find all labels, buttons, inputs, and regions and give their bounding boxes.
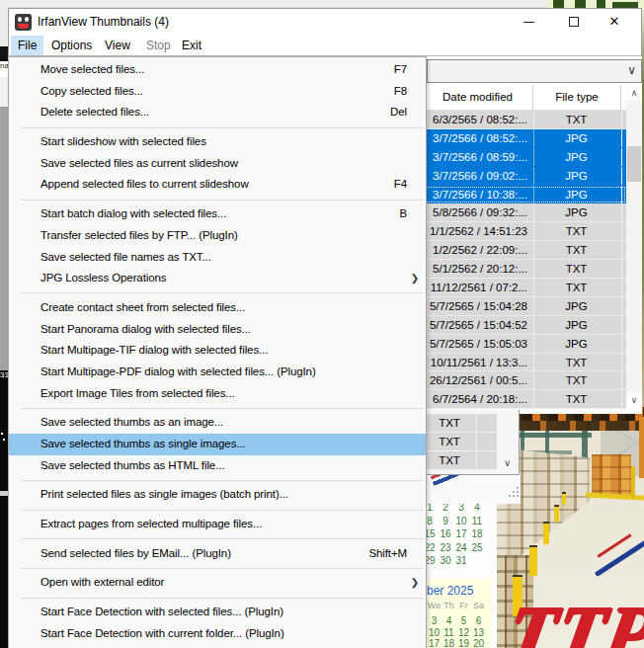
menu-item[interactable]: Open with external editor❯ <box>9 572 426 594</box>
file-row[interactable]: 26/12/2561 / 00:5...TXT <box>423 371 626 390</box>
file-row[interactable]: 5/7/2565 / 15:05:03JPG <box>423 335 626 354</box>
file-row[interactable]: 6/3/2565 / 08:52:...TXT <box>423 111 626 129</box>
menubar-item-exit[interactable]: Exit <box>175 36 208 55</box>
menu-item[interactable]: Save selected file names as TXT... <box>9 247 426 269</box>
menu-item[interactable]: JPG Lossless Operations❯ <box>9 268 426 289</box>
background-left-sliver: na 31 <box>0 0 8 648</box>
calendar-week-row: 891011 <box>422 516 491 526</box>
menu-item[interactable]: Create contact sheet from selected files… <box>9 297 426 319</box>
column-header-date-modified[interactable]: Date modified <box>423 85 533 110</box>
menubar-item-view[interactable]: View <box>98 36 137 55</box>
minimize-button[interactable] <box>510 9 549 36</box>
menu-item[interactable]: Append selected files to current slidesh… <box>9 174 426 196</box>
file-row[interactable]: 5/1/2562 / 20:12:...TXT <box>423 260 626 279</box>
sub-file-row[interactable]: TXT <box>423 451 497 470</box>
menubar-item-stop[interactable]: Stop <box>139 36 178 55</box>
file-rows: 6/3/2565 / 08:52:...TXT3/7/2566 / 08:52:… <box>423 111 626 409</box>
vertical-scrollbar[interactable]: ∧ ∨ <box>626 85 642 409</box>
menu-item[interactable]: Send selected files by EMail... (PlugIn)… <box>9 543 426 565</box>
menu-item[interactable]: Save selected files as current slideshow <box>9 153 426 175</box>
photo-guard-post <box>529 545 537 576</box>
folder-combobox[interactable]: ∨ <box>427 59 642 83</box>
menu-item[interactable]: Delete selected files...Del <box>9 102 426 123</box>
calendar-week-row: 22232425 <box>422 542 491 553</box>
menu-item[interactable]: Start Panorama dialog with selected file… <box>9 319 426 341</box>
bg-text-fragment: 31 <box>0 370 8 648</box>
window-title: IrfanView Thumbnails (4) <box>38 15 169 29</box>
bg-text-fragment: na <box>0 61 8 77</box>
calendar-lower: ber 2025 WeThFrSa 34561011121317181920 <box>427 579 491 648</box>
submenu-arrow-icon: ❯ <box>411 268 419 289</box>
scroll-down-icon[interactable]: ∨ <box>504 457 511 468</box>
menu-item[interactable]: Start Face Detection with selected files… <box>9 602 426 623</box>
menu-separator <box>21 568 424 569</box>
title-bar[interactable]: IrfanView Thumbnails (4) ✕ <box>8 8 642 36</box>
close-button[interactable]: ✕ <box>595 9 634 36</box>
photo-yellow-guard-line <box>586 492 644 500</box>
column-header-file-type[interactable]: File type <box>533 85 621 110</box>
file-row[interactable]: 10/11/2561 / 13:3...TXT <box>423 354 626 372</box>
menu-item[interactable]: Print selected files as single images (b… <box>9 484 426 506</box>
photo-logo-text: TTP <box>501 589 644 648</box>
calendar-upper-grid: 12348910111516171822232425293031 <box>427 500 491 579</box>
calendar-week-row: 15161718 <box>422 528 491 539</box>
menu-separator <box>21 292 424 293</box>
bg-fragment <box>0 0 8 46</box>
menu-item[interactable]: Start Face Detection with current folder… <box>9 623 426 645</box>
calendar-week-row: 293031 <box>422 555 491 566</box>
file-row[interactable]: 3/7/2566 / 09:02:...JPG <box>423 167 626 186</box>
maximize-button[interactable] <box>555 9 595 36</box>
menu-separator <box>21 127 424 128</box>
file-row[interactable]: 3/7/2566 / 08:52:...JPG <box>423 129 626 148</box>
file-row[interactable]: 1/2/2562 / 22:09:...TXT <box>423 241 626 260</box>
sub-file-row[interactable]: TXT <box>423 433 497 451</box>
background-top-strip <box>8 0 547 8</box>
menu-item[interactable]: Save selected thumbs as an image... <box>9 412 426 434</box>
menubar-item-options[interactable]: Options <box>44 36 99 55</box>
bg-fragment <box>0 491 8 496</box>
scroll-down-icon[interactable]: ∨ <box>626 392 642 409</box>
scrollbar-thumb[interactable] <box>627 146 641 182</box>
calendar-week-row: 10111213 <box>427 627 486 638</box>
menu-item[interactable]: Start Multipage-PDF dialog with selected… <box>9 362 426 383</box>
menu-item[interactable]: Save selected thumbs as HTML file... <box>9 455 426 477</box>
submenu-arrow-icon: ❯ <box>411 572 419 594</box>
file-row[interactable]: 1/1/2562 / 14:51:23TXT <box>423 222 626 241</box>
photo-guard-post <box>543 522 549 544</box>
menu-item[interactable]: Export Image Tiles from selected files..… <box>9 383 426 405</box>
file-row[interactable]: 6/7/2564 / 20:18:...TXT <box>423 390 626 409</box>
menu-item[interactable]: Save selected thumbs as single images... <box>9 434 426 455</box>
file-row[interactable]: 5/7/2565 / 15:04:28JPG <box>423 297 626 316</box>
menu-item[interactable]: Start batch dialog with selected files..… <box>9 203 426 225</box>
menu-separator <box>21 598 424 599</box>
file-row[interactable]: 3/7/2566 / 10:38:...JPG <box>423 186 626 204</box>
list-header: Date modified File type <box>423 85 642 111</box>
bg-fragment <box>0 77 8 107</box>
menu-separator <box>21 408 424 409</box>
irfanview-icon <box>15 14 32 31</box>
menu-separator <box>21 510 424 511</box>
photo-guard-post <box>562 492 566 505</box>
calendar-week-row: 3456 <box>427 615 486 626</box>
calendar-day-headers: WeThFrSa <box>427 601 486 610</box>
menu-item[interactable]: Move selected files...F7 <box>9 59 426 81</box>
scroll-up-icon[interactable]: ∧ <box>626 85 642 102</box>
menu-item[interactable]: Start slideshow with selected files <box>9 131 426 153</box>
bg-fragment <box>1 433 3 435</box>
sub-file-row[interactable]: TXT <box>423 414 497 433</box>
menu-item[interactable]: Transfer selected files by FTP... (PlugI… <box>9 225 426 247</box>
screenshot: { "background": { "left_fragment_top_tex… <box>0 0 644 648</box>
file-row[interactable]: 5/8/2566 / 09:32:...JPG <box>423 203 626 222</box>
resize-grip[interactable] <box>509 487 521 501</box>
menu-item[interactable]: Extract pages from selected multipage fi… <box>9 514 426 535</box>
menu-separator <box>21 480 424 481</box>
bg-fragment <box>0 46 8 61</box>
file-row[interactable]: 5/7/2565 / 15:04:52JPG <box>423 316 626 335</box>
menubar-item-file[interactable]: File <box>11 36 43 55</box>
menu-item[interactable]: Copy selected files...F8 <box>9 81 426 103</box>
file-row[interactable]: 11/12/2561 / 07:2...TXT <box>423 279 626 297</box>
file-row[interactable]: 3/7/2566 / 08:59:...JPG <box>423 148 626 167</box>
menu-item[interactable]: Start Multipage-TIF dialog with selected… <box>9 340 426 362</box>
chevron-down-icon[interactable]: ∨ <box>627 63 636 77</box>
file-menu-dropdown: Move selected files...F7Copy selected fi… <box>8 56 427 648</box>
